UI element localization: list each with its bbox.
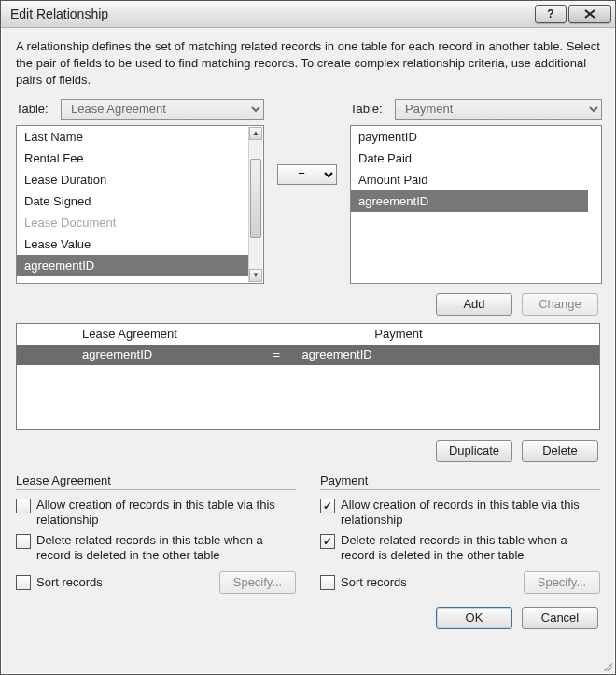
delete-button[interactable]: Delete: [522, 440, 598, 462]
left-rules-group: Lease Agreement Allow creation of record…: [16, 473, 296, 594]
add-change-row: Add Change: [16, 293, 600, 316]
window-title: Edit Relationship: [10, 7, 535, 21]
edit-relationship-dialog: Edit Relationship ? A relationship defin…: [0, 0, 616, 675]
list-item[interactable]: agreementID: [17, 255, 250, 276]
left-sort-label: Sort records: [36, 575, 103, 589]
left-scrollbar[interactable]: ▲ ▼: [248, 127, 262, 282]
scroll-down-icon[interactable]: ▼: [249, 269, 262, 282]
left-field-list[interactable]: Last NameRental FeeLease DurationDate Si…: [16, 125, 264, 284]
pairs-header-left: Lease Agreement: [17, 327, 356, 341]
right-allow-label: Allow creation of records in this table …: [341, 498, 600, 528]
resize-grip-icon[interactable]: [601, 660, 612, 671]
bottom-button-row: OK Cancel: [16, 607, 600, 629]
left-delete-label: Delete related records in this table whe…: [36, 533, 296, 564]
left-table-label-row: Table: Lease Agreement: [16, 99, 264, 120]
help-button[interactable]: ?: [535, 5, 567, 23]
duplicate-button[interactable]: Duplicate: [436, 440, 512, 462]
close-icon: [584, 9, 595, 19]
ok-button[interactable]: OK: [436, 607, 512, 629]
list-item[interactable]: Last Name: [17, 126, 250, 148]
tables-row: Table: Lease Agreement Last NameRental F…: [16, 99, 600, 284]
intro-text: A relationship defines the set of matchi…: [16, 38, 600, 90]
operator-select[interactable]: =: [277, 164, 337, 185]
pairs-header-right: Payment: [356, 327, 599, 341]
left-allow-label: Allow creation of records in this table …: [36, 498, 296, 528]
list-item[interactable]: Lease Duration: [17, 169, 250, 190]
left-specify-button[interactable]: Specify...: [219, 571, 296, 594]
list-item[interactable]: Date Signed: [17, 190, 250, 212]
left-delete-checkbox[interactable]: [16, 534, 31, 549]
pairs-row[interactable]: agreementID = agreementID: [17, 345, 599, 365]
right-rules-title: Payment: [320, 473, 600, 490]
list-item[interactable]: agreementID: [351, 190, 588, 212]
list-item[interactable]: Date Paid: [351, 148, 588, 169]
right-specify-button[interactable]: Specify...: [524, 571, 600, 594]
pairs-header: Lease Agreement Payment: [17, 324, 599, 345]
list-item[interactable]: Rental Fee: [17, 148, 250, 169]
pair-operator: =: [273, 347, 297, 361]
right-sort-label: Sort records: [341, 575, 407, 589]
right-table-column: Table: Payment paymentIDDate PaidAmount …: [350, 99, 602, 284]
relationship-pairs-panel: Lease Agreement Payment agreementID = ag…: [16, 323, 600, 430]
right-allow-checkbox[interactable]: [320, 499, 335, 513]
add-button[interactable]: Add: [436, 293, 512, 316]
cancel-button[interactable]: Cancel: [522, 607, 598, 629]
pair-right-field: agreementID: [297, 347, 553, 361]
scroll-up-icon[interactable]: ▲: [249, 127, 262, 140]
right-delete-checkbox[interactable]: [320, 534, 335, 549]
right-field-list[interactable]: paymentIDDate PaidAmount PaidagreementID: [350, 125, 602, 284]
dialog-content: A relationship defines the set of matchi…: [1, 27, 615, 674]
change-button[interactable]: Change: [522, 293, 598, 316]
scroll-thumb[interactable]: [250, 159, 261, 238]
left-table-select[interactable]: Lease Agreement: [61, 99, 264, 120]
right-table-label: Table:: [350, 102, 389, 116]
close-button[interactable]: [568, 5, 611, 23]
rules-row: Lease Agreement Allow creation of record…: [16, 473, 600, 594]
list-item[interactable]: paymentID: [351, 126, 588, 148]
left-table-label: Table:: [16, 102, 55, 116]
left-allow-checkbox[interactable]: [16, 499, 31, 513]
right-table-label-row: Table: Payment: [350, 99, 602, 120]
list-item[interactable]: Amount Paid: [351, 169, 588, 190]
list-item[interactable]: Lease Document: [17, 212, 250, 233]
duplicate-delete-row: Duplicate Delete: [16, 440, 600, 462]
pairs-empty-area: [17, 365, 599, 429]
pair-left-field: agreementID: [17, 347, 273, 361]
left-rules-title: Lease Agreement: [16, 473, 296, 490]
right-table-select[interactable]: Payment: [395, 99, 602, 120]
right-sort-checkbox[interactable]: [320, 575, 335, 590]
right-delete-label: Delete related records in this table whe…: [341, 533, 600, 564]
list-item[interactable]: Lease Value: [17, 233, 250, 255]
left-table-column: Table: Lease Agreement Last NameRental F…: [16, 99, 264, 284]
right-rules-group: Payment Allow creation of records in thi…: [320, 473, 600, 594]
left-sort-checkbox[interactable]: [16, 575, 31, 590]
operator-column: =: [277, 99, 337, 185]
titlebar-buttons: ?: [535, 5, 615, 23]
titlebar: Edit Relationship ?: [1, 1, 615, 28]
